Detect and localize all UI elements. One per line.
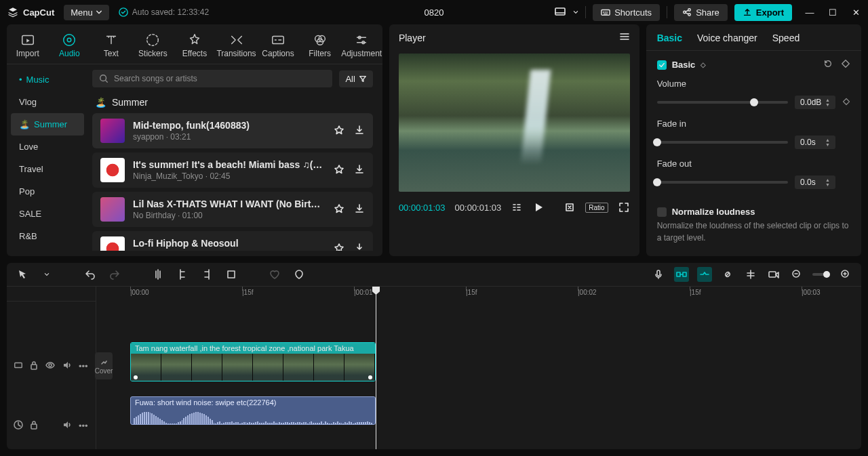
redo-button[interactable] (107, 267, 122, 282)
eye-icon[interactable] (45, 361, 56, 371)
tab-effects[interactable]: Effects (174, 30, 216, 64)
fadeout-value[interactable]: 0.0s▲▼ (795, 175, 835, 189)
basic-checkbox[interactable] (657, 60, 667, 70)
video-clip[interactable]: Tam nang waterfall ,in the forest tropic… (130, 342, 376, 381)
crop-tool[interactable] (224, 267, 239, 282)
tab-captions[interactable]: Captions (257, 30, 299, 64)
download-icon[interactable] (354, 203, 365, 216)
sidebar-item-pop[interactable]: Pop (11, 180, 84, 203)
sidebar-item-love[interactable]: Love (11, 136, 84, 158)
zoom-out-icon[interactable] (789, 267, 804, 282)
audio-type-icon[interactable] (14, 420, 23, 432)
lock-icon[interactable] (30, 420, 38, 432)
track-meta: syappon · 03:21 (133, 132, 326, 142)
preview-render-icon[interactable] (766, 267, 781, 282)
favorite-icon[interactable] (334, 203, 344, 216)
download-icon[interactable] (354, 164, 365, 177)
pointer-tool[interactable] (15, 267, 30, 282)
trim-left-tool[interactable] (175, 267, 190, 282)
track-thumb (100, 197, 125, 222)
fadeout-slider[interactable] (657, 181, 788, 184)
category-heading: 🏝️Summer (95, 97, 373, 108)
favorite-tool[interactable] (267, 267, 282, 282)
align-icon[interactable] (743, 267, 758, 282)
inspector-tab-speed[interactable]: Speed (772, 33, 800, 43)
tab-filters[interactable]: Filters (299, 30, 341, 64)
player-title: Player (399, 33, 426, 43)
favorite-icon[interactable] (334, 125, 344, 138)
chevron-down-icon[interactable] (573, 9, 578, 15)
zoom-slider[interactable] (812, 273, 830, 276)
track-thumb (100, 158, 125, 182)
layout-icon[interactable] (554, 6, 566, 18)
shortcuts-button[interactable]: Shortcuts (593, 4, 660, 21)
track-row[interactable]: It's summer! It's a beach! Miami bass ♫(… (92, 152, 373, 188)
track-row[interactable]: Lil Nas X-THATS WHAT I WANT (No Birthday… (92, 192, 373, 227)
inspector-tab-voice[interactable]: Voice changer (697, 33, 757, 43)
inspector-tab-basic[interactable]: Basic (657, 33, 682, 43)
sidebar-item-summer[interactable]: 🏝️Summer (11, 113, 84, 136)
lock-icon[interactable] (30, 360, 38, 372)
timeline-ruler[interactable]: |00:00|15f|00:01|15f|00:02|15f|00:03 (96, 287, 861, 302)
minimize-button[interactable]: — (804, 7, 815, 18)
player-menu-icon[interactable] (619, 31, 630, 44)
crop-icon[interactable] (564, 201, 576, 213)
audio-clip[interactable]: Fuwa: short wind noise: swipe etc(222764… (130, 396, 376, 425)
list-icon[interactable] (511, 201, 523, 213)
tab-adjustment[interactable]: Adjustment (340, 30, 382, 64)
tab-transitions[interactable]: Transitions (216, 30, 258, 64)
close-button[interactable]: ✕ (850, 7, 861, 18)
mute-icon[interactable] (62, 360, 72, 372)
menu-button[interactable]: Menu (64, 5, 109, 20)
svg-rect-22 (769, 272, 776, 277)
zoom-in-icon[interactable] (838, 267, 853, 282)
volume-slider[interactable] (657, 101, 788, 104)
download-icon[interactable] (354, 125, 365, 138)
link-icon[interactable] (720, 267, 735, 282)
maximize-button[interactable]: ☐ (827, 7, 838, 18)
volume-value[interactable]: 0.0dB▲▼ (795, 96, 835, 109)
sidebar-item-rnb[interactable]: R&B (11, 225, 84, 247)
track-row[interactable]: Lo-fi Hiphop & Neosoulandoriki · 02:21 (92, 231, 373, 251)
video-track-controls: ••• Cover (7, 342, 96, 390)
favorite-icon[interactable] (334, 243, 344, 251)
video-preview[interactable] (399, 54, 630, 192)
more-icon[interactable]: ••• (79, 361, 88, 371)
mute-icon[interactable] (62, 420, 72, 432)
playhead[interactable] (376, 287, 376, 449)
export-button[interactable]: Export (734, 4, 792, 21)
fullscreen-icon[interactable] (618, 201, 630, 213)
reset-icon[interactable] (823, 59, 833, 70)
ratio-button[interactable]: Ratio (585, 203, 608, 213)
magnet-track-icon[interactable] (697, 267, 712, 282)
sidebar-item-sale[interactable]: SALE (11, 203, 84, 225)
fadein-value[interactable]: 0.0s▲▼ (795, 136, 835, 149)
sidebar-item-music[interactable]: •Music (11, 68, 84, 91)
normalize-checkbox[interactable] (657, 207, 667, 217)
keyframe-icon[interactable] (841, 59, 850, 70)
share-button[interactable]: Share (674, 4, 728, 21)
trim-right-tool[interactable] (199, 267, 214, 282)
marker-tool[interactable] (292, 267, 307, 282)
sidebar-item-vlog[interactable]: Vlog (11, 91, 84, 113)
undo-button[interactable] (83, 267, 98, 282)
filter-all-button[interactable]: All (339, 70, 372, 87)
tab-import[interactable]: Import (7, 30, 49, 64)
magnet-main-icon[interactable] (674, 267, 689, 282)
track-row[interactable]: Mid-tempo, funk(1460883)syappon · 03:21 (92, 113, 373, 148)
search-input[interactable]: Search songs or artists (92, 70, 332, 87)
play-button[interactable] (532, 201, 545, 213)
split-tool[interactable] (151, 267, 165, 282)
more-icon[interactable]: ••• (79, 421, 88, 431)
download-icon[interactable] (354, 243, 365, 251)
favorite-icon[interactable] (334, 164, 344, 177)
volume-keyframe-icon[interactable] (842, 98, 850, 108)
tab-text[interactable]: Text (90, 30, 132, 64)
tab-audio[interactable]: Audio (49, 30, 91, 64)
tab-stickers[interactable]: Stickers (132, 30, 174, 64)
fadein-slider[interactable] (657, 141, 788, 144)
mic-icon[interactable] (651, 267, 666, 282)
pointer-menu-icon[interactable] (39, 267, 54, 282)
track-settings-icon[interactable] (14, 360, 23, 372)
sidebar-item-travel[interactable]: Travel (11, 158, 84, 180)
